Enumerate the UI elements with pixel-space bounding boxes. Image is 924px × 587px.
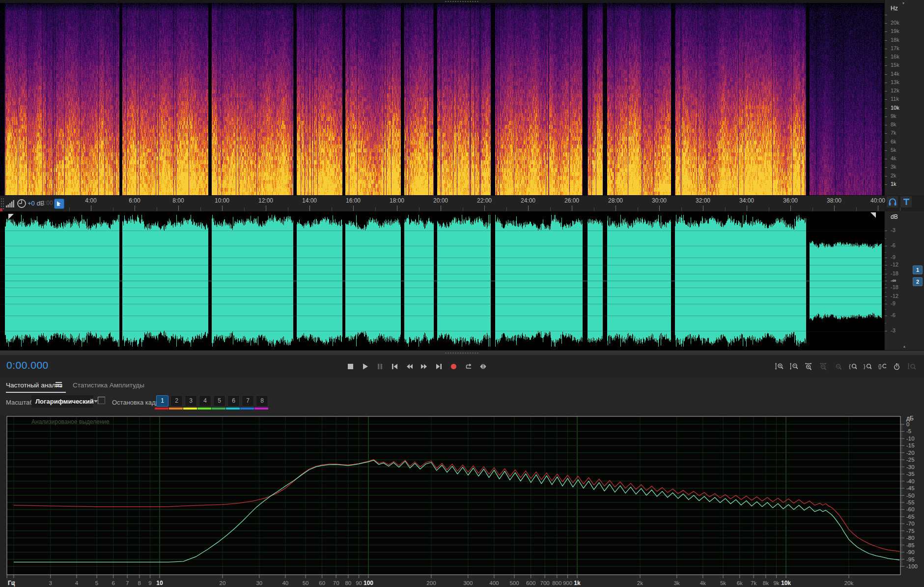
zoom-to-selection-button[interactable]: {} (875, 355, 889, 378)
play-button[interactable] (359, 355, 371, 378)
scale-select[interactable]: Логарифмический (31, 395, 93, 408)
timeline-minor-tick (594, 207, 594, 211)
channel-button-2[interactable]: 2 (913, 277, 923, 286)
rewind-button[interactable] (403, 355, 416, 378)
x-tick-label: 700 (540, 580, 550, 586)
stop-button[interactable] (344, 355, 357, 378)
zoom-reset-button[interactable] (831, 355, 845, 378)
gain-knob-icon[interactable] (17, 199, 27, 208)
timeline-major-tick (747, 205, 747, 211)
frequency-plot[interactable]: 2345678910203040506070809010020030040050… (0, 415, 924, 587)
zoom-out-time-button[interactable] (816, 355, 830, 378)
hold-frame-button-6[interactable]: 6 (227, 395, 240, 407)
hold-frame-color-8 (254, 408, 268, 410)
tab-frequency-analysis[interactable]: Частотный анализ (6, 382, 62, 389)
db-minor-tick (885, 309, 886, 310)
selection-corner-grip-right[interactable] (870, 212, 876, 218)
current-time-display[interactable]: 0:00.000 (6, 359, 49, 371)
svg-text:{: { (849, 363, 851, 369)
amplitude-ruler[interactable]: dB ▴ -3-6-9-12-18-∞-18-12-9-6-312 (884, 211, 924, 350)
freq-tick (885, 125, 887, 125)
zoom-in-time-button[interactable] (802, 355, 815, 378)
copy-frame-icon[interactable] (98, 397, 105, 404)
y-tick-label: -45 (906, 485, 915, 491)
timeline-minor-tick (725, 207, 726, 211)
timeline-ruler[interactable]: 4:006:008:0010:0012:0014:0016:0018:0020:… (0, 195, 884, 212)
ruler-collapse-icon[interactable]: ▾ (902, 1, 904, 5)
timed-record-button[interactable] (890, 355, 904, 378)
waveform-display[interactable] (0, 211, 884, 350)
x-tick-label: 5k (720, 580, 726, 586)
zoom-reset-icon (834, 363, 842, 370)
zoom-out-amplitude-button[interactable] (787, 355, 801, 378)
timeline-label: 20:00 (433, 197, 448, 204)
x-tick-label: 40 (282, 580, 288, 586)
selection-corner-grip-left[interactable] (8, 214, 14, 219)
zoom-full-button[interactable] (905, 355, 919, 378)
hold-frame-button-8[interactable]: 8 (256, 395, 268, 407)
headphones-icon (888, 198, 897, 206)
panel-drag-handle-icon[interactable] (445, 0, 479, 2)
skip-to-start-button[interactable] (388, 355, 401, 378)
channel-button-1[interactable]: 1 (913, 265, 923, 274)
timeline-minor-tick (769, 207, 769, 211)
x-tick-label: 60 (319, 580, 325, 586)
db-tick (885, 296, 887, 297)
loop-playback-button[interactable] (462, 355, 475, 378)
zoom-to-out-point-button[interactable]: } (861, 355, 874, 378)
db-tick-label: -3 (891, 227, 896, 233)
y-tick-label: -85 (906, 542, 915, 548)
tab-amplitude-statistics[interactable]: Статистика Амплитуды (73, 382, 144, 389)
hold-frame-button-5[interactable]: 5 (213, 395, 225, 407)
db-minor-tick (885, 269, 886, 270)
db-tick-label: -9 (891, 300, 896, 306)
divider-grip-icon[interactable] (445, 352, 479, 354)
fast-forward-button[interactable] (418, 355, 430, 378)
hold-frame-button-1[interactable]: 1 (156, 395, 168, 407)
hud-pin-button[interactable] (54, 199, 64, 209)
hold-frame-button-4[interactable]: 4 (199, 395, 211, 407)
timeline-minor-tick (375, 207, 376, 211)
record-button[interactable] (447, 355, 460, 378)
rewind-icon (406, 363, 413, 370)
zoom-in-amplitude-button[interactable] (772, 355, 786, 378)
freq-tick-label: 14k (891, 71, 899, 77)
skip-selection-button[interactable] (476, 355, 489, 378)
timeline-minor-tick (244, 207, 245, 211)
pause-button[interactable] (373, 355, 386, 378)
freq-tick-label: 15k (891, 62, 899, 68)
svg-text:}: } (864, 363, 866, 369)
play-icon (362, 363, 369, 370)
hold-frame-button-3[interactable]: 3 (185, 395, 197, 407)
freq-tick (885, 133, 887, 134)
freq-tick-label: 6k (891, 139, 896, 145)
hold-frame-button-7[interactable]: 7 (242, 395, 254, 407)
hold-frame-button-2[interactable]: 2 (170, 395, 183, 407)
freq-tick (885, 74, 887, 75)
timeline-major-tick (484, 205, 485, 211)
db-minor-tick (885, 238, 886, 239)
record-icon (450, 363, 457, 370)
marker-toggle[interactable] (900, 196, 912, 207)
db-tick-label: -12 (891, 293, 898, 299)
skip-to-end-button[interactable] (432, 355, 445, 378)
timeline-label: 38:00 (827, 197, 841, 204)
x-tick-label: 7 (126, 580, 129, 586)
scale-label: Масштаб: (6, 399, 35, 406)
headphones-toggle[interactable] (887, 196, 898, 207)
timeline-major-tick (790, 205, 791, 211)
spectrogram-display[interactable] (0, 3, 884, 195)
panel-menu-icon[interactable] (56, 382, 62, 387)
timeline-label: 14:00 (302, 197, 317, 204)
x-tick-label: 8k (763, 580, 769, 586)
level-meter-icon[interactable] (6, 200, 15, 207)
active-tab-underline (6, 392, 66, 393)
ruler-expand-icon[interactable]: ▴ (903, 344, 905, 349)
frequency-ruler[interactable]: ▾ Hz 20k19k18k17k16k15k14k13k12k11k10k9k… (884, 0, 924, 195)
db-tick (885, 281, 887, 281)
hud-grip-icon[interactable] (0, 198, 4, 209)
zoom-to-in-point-button[interactable]: { (846, 355, 860, 378)
zoom-out-amplitude-icon (790, 363, 798, 370)
timeline-major-tick (309, 205, 310, 211)
y-tick-label: -25 (906, 457, 915, 463)
